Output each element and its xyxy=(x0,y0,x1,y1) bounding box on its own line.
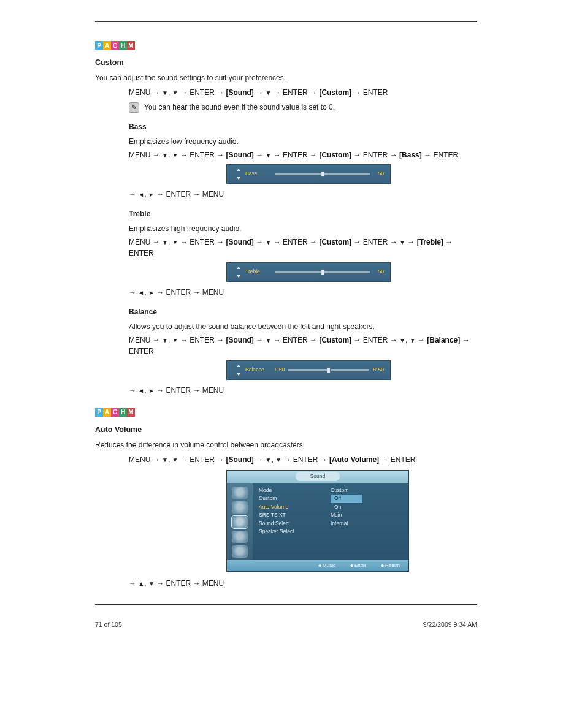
autovol-title: Auto Volume xyxy=(95,424,477,436)
balance-left-value: L 50 xyxy=(275,366,285,374)
left-arrow-icon: ◄ xyxy=(138,191,144,198)
bass-step2: → ◄, ► → ENTER → MENU xyxy=(129,189,477,200)
bass-desc: Emphasizes low frequency audio. xyxy=(129,136,477,147)
slider-thumb[interactable] xyxy=(321,269,324,275)
treble-desc: Emphasizes high frequency audio. xyxy=(129,223,477,234)
treble-title: Treble xyxy=(129,208,477,219)
down-arrow-icon: ▼ xyxy=(172,457,178,463)
osd-panel: Sound Mode Custom Auto Volume SRS TS XT xyxy=(226,470,409,572)
right-arrow-icon: ► xyxy=(148,387,155,394)
osd-foot-music[interactable]: Music xyxy=(318,562,335,569)
up-arrow-icon xyxy=(237,169,240,171)
down-arrow-icon: ▼ xyxy=(172,239,178,246)
balance-desc: Allows you to adjust the sound balance b… xyxy=(129,321,477,332)
down-arrow-icon: ▼ xyxy=(266,89,272,96)
slider-thumb[interactable] xyxy=(327,367,331,373)
page-timestamp: 9/22/2009 9:34 AM xyxy=(423,620,477,630)
slider-track[interactable] xyxy=(288,369,369,371)
osd-title: Sound xyxy=(296,472,340,481)
page-footer: 71 of 105 9/22/2009 9:34 AM xyxy=(95,620,477,630)
down-arrow-icon xyxy=(237,373,240,376)
osd-footer: Music Enter Return xyxy=(227,560,408,571)
osd-labels-col: Mode Custom Auto Volume SRS TS XT Sound … xyxy=(259,487,331,555)
down-arrow-icon: ▼ xyxy=(266,457,272,463)
osd-item[interactable]: SRS TS XT xyxy=(259,511,331,520)
osd-header: Sound xyxy=(227,471,408,483)
slider-thumb[interactable] xyxy=(321,171,324,177)
autovol-step1: MENU → ▼, ▼ → ENTER → [Sound] → ▼, ▼ → E… xyxy=(129,454,477,465)
down-arrow-icon: ▼ xyxy=(410,337,416,344)
treble-step2: → ◄, ► → ENTER → MENU xyxy=(129,287,477,298)
autovol-desc: Reduces the difference in volume control… xyxy=(95,439,477,450)
osd-item-active[interactable]: Auto Volume xyxy=(259,503,331,512)
rule-bottom xyxy=(95,604,477,605)
custom-step1: MENU → ▼, ▼ → ENTER → [Sound] → ▼ → ENTE… xyxy=(129,87,477,98)
down-arrow-icon: ▼ xyxy=(148,580,155,587)
osd-foot-return[interactable]: Return xyxy=(381,562,400,569)
slider-track[interactable] xyxy=(275,271,370,273)
balance-slider-panel: Balance L 50 R 50 xyxy=(226,360,391,380)
note-icon: ✎ xyxy=(129,102,139,113)
osd-item[interactable]: Custom xyxy=(259,495,331,503)
osd-item[interactable]: Speaker Select xyxy=(259,528,331,536)
slider-label: Treble xyxy=(245,268,275,276)
balance-step2: → ◄, ► → ENTER → MENU xyxy=(129,385,477,396)
autovol-step2: → ▲, ▼ → ENTER → MENU xyxy=(129,578,477,589)
up-arrow-icon xyxy=(237,267,240,269)
left-arrow-icon: ◄ xyxy=(138,387,144,394)
balance-title: Balance xyxy=(129,306,477,317)
down-arrow-icon: ▼ xyxy=(172,89,178,96)
osd-value-selected[interactable]: Off xyxy=(331,495,362,503)
right-arrow-icon: ► xyxy=(148,289,155,296)
down-arrow-icon: ▼ xyxy=(275,457,282,463)
osd-item[interactable]: Sound Select xyxy=(259,520,331,528)
up-arrow-icon xyxy=(237,365,240,367)
down-arrow-icon: ▼ xyxy=(172,337,178,344)
down-arrow-icon: ▼ xyxy=(162,457,168,463)
osd-sidebar xyxy=(227,483,253,560)
custom-desc: You can adjust the sound settings to sui… xyxy=(95,72,477,83)
left-arrow-icon: ◄ xyxy=(138,289,144,296)
down-arrow-icon: ▼ xyxy=(162,152,168,159)
osd-tab-sound-icon[interactable] xyxy=(232,516,248,528)
slider-label: Balance xyxy=(245,366,275,374)
slider-track[interactable] xyxy=(275,173,370,175)
osd-values-col: Custom Off On Main Internal xyxy=(331,487,402,555)
osd-tab-icon[interactable] xyxy=(232,487,248,499)
osd-tab-icon[interactable] xyxy=(232,531,248,543)
down-arrow-icon: ▼ xyxy=(266,239,272,246)
osd-tab-icon[interactable] xyxy=(232,545,248,558)
custom-note: ✎ You can hear the sound even if the sou… xyxy=(129,102,477,113)
up-arrow-icon: ▲ xyxy=(138,580,144,587)
osd-value: Main xyxy=(331,511,402,520)
bass-step1: MENU → ▼, ▼ → ENTER → [Sound] → ▼ → ENTE… xyxy=(129,150,477,161)
slider-value: 50 xyxy=(370,170,384,178)
down-arrow-icon: ▼ xyxy=(266,337,272,344)
slider-value: 50 xyxy=(370,268,384,276)
down-arrow-icon: ▼ xyxy=(162,337,168,344)
bass-slider-panel: Bass 50 xyxy=(226,164,391,184)
down-arrow-icon xyxy=(237,177,240,180)
down-arrow-icon: ▼ xyxy=(162,89,168,96)
pachm-badge: PACHM xyxy=(95,41,135,50)
balance-step1: MENU → ▼, ▼ → ENTER → [Sound] → ▼ → ENTE… xyxy=(129,335,477,357)
rule-top xyxy=(95,21,477,22)
custom-title: Custom xyxy=(95,57,477,69)
down-arrow-icon: ▼ xyxy=(399,337,405,344)
balance-right-value: R 50 xyxy=(373,366,384,374)
down-arrow-icon: ▼ xyxy=(266,152,272,159)
osd-item[interactable]: Mode xyxy=(259,487,331,495)
osd-value: Internal xyxy=(331,520,402,528)
down-arrow-icon xyxy=(237,275,240,278)
down-arrow-icon: ▼ xyxy=(399,239,405,246)
bass-title: Bass xyxy=(129,121,477,132)
pachm-badge: PACHM xyxy=(95,408,135,417)
page-counter: 71 of 105 xyxy=(95,620,122,630)
down-arrow-icon: ▼ xyxy=(162,239,168,246)
osd-tab-icon[interactable] xyxy=(232,501,248,514)
osd-foot-enter[interactable]: Enter xyxy=(350,562,366,569)
treble-step1: MENU → ▼, ▼ → ENTER → [Sound] → ▼ → ENTE… xyxy=(129,237,477,259)
right-arrow-icon: ► xyxy=(148,191,155,198)
down-arrow-icon: ▼ xyxy=(172,152,178,159)
slider-label: Bass xyxy=(245,170,275,178)
